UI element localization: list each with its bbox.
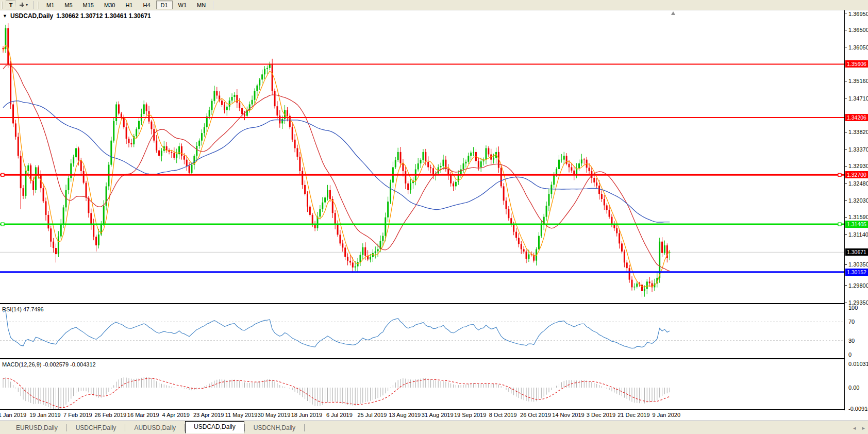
timeframe-button-m15[interactable]: M15 bbox=[78, 1, 98, 9]
toolbar-grip[interactable] bbox=[2, 2, 3, 9]
rsi-tick-label: 30 bbox=[848, 338, 855, 344]
price-tick-mark bbox=[845, 217, 847, 218]
date-tick-label: 4 Apr 2019 bbox=[162, 412, 190, 418]
timeframe-button-m5[interactable]: M5 bbox=[60, 1, 77, 9]
tab-divider bbox=[304, 424, 305, 431]
chart-tab-bar: EURUSD,DailyUSDCHF,DailyAUDUSD,DailyUSDC… bbox=[0, 421, 868, 434]
date-tick-label: 13 Aug 2019 bbox=[389, 412, 421, 418]
collapse-chart-icon[interactable]: ▼ bbox=[3, 13, 7, 19]
price-axis[interactable]: 1.369501.365001.360501.351601.347101.338… bbox=[844, 10, 868, 410]
price-tick-label: 1.32930 bbox=[848, 163, 868, 169]
rsi-tick-label: 100 bbox=[848, 305, 858, 311]
price-tick-label: 1.36500 bbox=[848, 27, 868, 33]
text-tool-button[interactable]: T bbox=[6, 1, 16, 9]
timeframe-button-m1[interactable]: M1 bbox=[42, 1, 59, 9]
price-tick-label: 1.36050 bbox=[848, 44, 868, 51]
price-level-label: 1.30152 bbox=[845, 269, 868, 276]
crosshair-icon bbox=[20, 3, 24, 7]
price-tick-label: 1.29800 bbox=[848, 282, 868, 289]
terminal-window: T ▾ M1M5M15M30H1H4D1W1MN ▼ USDCAD,Daily … bbox=[0, 0, 868, 434]
price-level-label: 1.30671 bbox=[845, 248, 868, 256]
macd-panel[interactable]: MACD(12,26,9) -0.002579 -0.004312 bbox=[0, 360, 868, 410]
chart-tab-eurusd[interactable]: EURUSD,Daily bbox=[7, 422, 66, 433]
price-tick-mark bbox=[845, 47, 847, 47]
chart-tab-usdcad[interactable]: USDCAD,Daily bbox=[185, 421, 244, 433]
timeframe-button-mn[interactable]: MN bbox=[192, 1, 210, 9]
candlestick-chart-surface[interactable] bbox=[0, 10, 844, 303]
chart-tab-usdchf[interactable]: USDCHF,Daily bbox=[67, 422, 125, 433]
price-tick-label: 1.30350 bbox=[848, 261, 868, 268]
date-tick-label: 23 Apr 2019 bbox=[193, 412, 224, 418]
price-level-label: 1.34206 bbox=[845, 114, 868, 121]
macd-tick-label: 0.00 bbox=[848, 385, 859, 391]
date-tick-label: 3 Dec 2019 bbox=[587, 412, 615, 418]
price-tick-mark bbox=[845, 200, 847, 201]
price-tick-label: 1.36950 bbox=[848, 11, 868, 17]
timeframe-button-d1[interactable]: D1 bbox=[156, 1, 173, 9]
date-tick-label: 9 Jan 2020 bbox=[653, 412, 680, 418]
date-tick-label: 26 Feb 2019 bbox=[94, 412, 126, 418]
main-chart-panel[interactable]: ▼ USDCAD,Daily 1.30662 1.30712 1.30461 1… bbox=[0, 10, 868, 304]
macd-indicator-label: MACD(12,26,9) -0.002579 -0.004312 bbox=[2, 361, 96, 368]
chart-title: ▼ USDCAD,Daily 1.30662 1.30712 1.30461 1… bbox=[3, 12, 151, 20]
scroll-tabs-left-icon[interactable]: ◂ bbox=[853, 425, 856, 431]
timeframe-group: M1M5M15M30H1H4D1W1MN bbox=[41, 1, 211, 9]
price-tick-label: 1.33820 bbox=[848, 129, 868, 135]
price-tick-label: 1.35160 bbox=[848, 78, 868, 84]
scroll-tabs-right-icon[interactable]: ▸ bbox=[862, 425, 865, 431]
price-tick-label: 1.31140 bbox=[848, 231, 868, 238]
crosshair-tool-button[interactable]: ▾ bbox=[18, 1, 30, 9]
price-tick-mark bbox=[845, 98, 847, 98]
price-tick-label: 1.32030 bbox=[848, 197, 868, 204]
dropdown-arrow-icon: ▾ bbox=[26, 3, 28, 7]
date-tick-label: 21 Dec 2019 bbox=[617, 412, 649, 418]
toolbar-separator bbox=[213, 1, 214, 9]
price-tick-label: 1.31590 bbox=[848, 214, 868, 220]
macd-tick-label: 0.010314 bbox=[848, 361, 868, 367]
timeframe-button-m30[interactable]: M30 bbox=[99, 1, 120, 9]
price-tick-mark bbox=[845, 285, 847, 286]
chart-tab-audusd[interactable]: AUDUSD,Daily bbox=[125, 422, 185, 433]
price-tick-mark bbox=[845, 81, 847, 81]
price-tick-mark bbox=[845, 30, 847, 30]
date-tick-label: 19 Sep 2019 bbox=[454, 412, 486, 418]
date-tick-label: 16 Mar 2019 bbox=[127, 412, 159, 418]
date-tick-label: 25 Jul 2019 bbox=[357, 412, 387, 418]
price-tick-mark bbox=[845, 303, 847, 303]
timeframe-button-w1[interactable]: W1 bbox=[174, 1, 192, 9]
price-tick-mark bbox=[845, 264, 847, 265]
tab-scroll-arrows: ◂ ▸ bbox=[853, 425, 865, 431]
chart-tab-usdcnh[interactable]: USDCNH,Daily bbox=[245, 422, 304, 433]
toolbar: T ▾ M1M5M15M30H1H4D1W1MN bbox=[0, 0, 868, 10]
price-tick-mark bbox=[845, 13, 847, 13]
macd-tick-label: -0.009166 bbox=[848, 406, 868, 412]
rsi-tick-label: 0 bbox=[848, 352, 852, 358]
date-tick-label: 6 Jul 2019 bbox=[326, 412, 353, 418]
price-tick-label: 1.32480 bbox=[848, 180, 868, 187]
rsi-tick-label: 70 bbox=[848, 319, 855, 325]
date-tick-label: 30 May 2019 bbox=[258, 412, 291, 418]
toolbar-grip[interactable] bbox=[38, 2, 39, 9]
price-tick-mark bbox=[845, 234, 847, 235]
timeframe-button-h4[interactable]: H4 bbox=[138, 1, 155, 9]
rsi-chart-surface[interactable] bbox=[0, 305, 844, 359]
date-tick-label: 19 Jan 2019 bbox=[29, 412, 61, 418]
date-tick-label: 26 Oct 2019 bbox=[520, 412, 551, 418]
date-tick-label: 1 Jan 2019 bbox=[0, 412, 26, 418]
date-tick-label: 7 Feb 2019 bbox=[63, 412, 92, 418]
ohlc-values: 1.30662 1.30712 1.30461 1.30671 bbox=[56, 12, 151, 20]
rsi-indicator-label: RSI(14) 47.7496 bbox=[2, 306, 44, 312]
price-tick-label: 1.34710 bbox=[848, 95, 868, 102]
price-tick-mark bbox=[845, 166, 847, 166]
price-tick-mark bbox=[845, 183, 847, 183]
date-axis[interactable]: 1 Jan 201919 Jan 20197 Feb 201926 Feb 20… bbox=[0, 410, 868, 421]
timeframe-button-h1[interactable]: H1 bbox=[121, 1, 137, 9]
date-tick-label: 8 Oct 2019 bbox=[489, 412, 517, 418]
price-level-label: 1.32700 bbox=[845, 171, 868, 178]
toolbar-separator bbox=[33, 1, 34, 9]
rsi-panel[interactable]: RSI(14) 47.7496 bbox=[0, 305, 868, 359]
date-tick-label: 14 Nov 2019 bbox=[552, 412, 584, 418]
date-tick-label: 31 Aug 2019 bbox=[422, 412, 454, 418]
macd-chart-surface[interactable] bbox=[0, 360, 844, 410]
price-tick-mark bbox=[845, 132, 847, 132]
